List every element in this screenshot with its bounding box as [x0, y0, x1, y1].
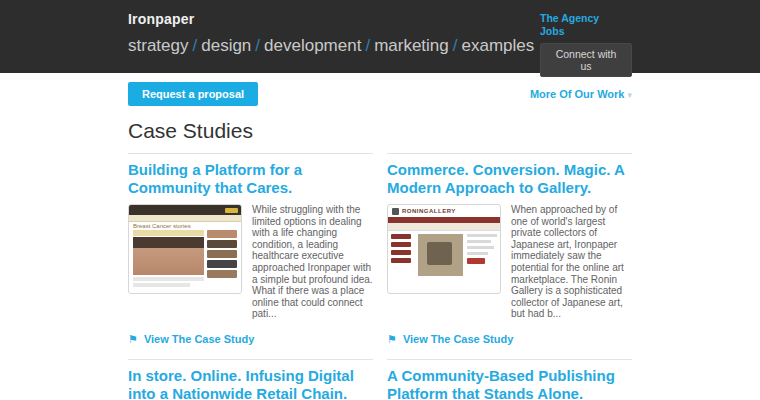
thumb-logo-mark [392, 208, 399, 215]
chevron-down-icon: ▾ [627, 90, 632, 100]
thumb-caption: Breast Cancer stories [129, 222, 241, 230]
case-study-card: Building a Platform for a Community that… [128, 153, 373, 359]
case-study-card: Commerce. Conversion. Magic. A Modern Ap… [387, 153, 632, 359]
thumb-article-col [133, 230, 204, 289]
thumb-detail-col [467, 234, 497, 276]
case-study-title[interactable]: A Community-Based Publishing Platform th… [387, 367, 632, 400]
agency-link[interactable]: The Agency [540, 12, 632, 25]
case-study-card: A Community-Based Publishing Platform th… [387, 359, 632, 400]
thumb-main [388, 231, 500, 279]
view-case-study-label: View The Case Study [144, 333, 254, 345]
connect-with-us-button[interactable]: Connect with us [540, 43, 632, 77]
thumb-buy-button [467, 258, 485, 264]
brand-block: Ironpaper strategy/design/development/ma… [128, 0, 534, 73]
case-study-excerpt: When approached by of one of world's lar… [511, 204, 632, 320]
site-header: Ironpaper strategy/design/development/ma… [0, 0, 760, 73]
flag-icon: ⚑ [128, 333, 138, 346]
case-thumbnail-healthcare[interactable]: Breast Cancer stories [128, 204, 242, 294]
more-work-label: More Of Our Work [530, 88, 625, 100]
case-study-excerpt: While struggling with the limited option… [252, 204, 373, 320]
view-case-study-link[interactable]: ⚑View The Case Study [387, 333, 513, 346]
case-study-title[interactable]: In store. Online. Infusing Digital into … [128, 367, 373, 400]
case-study-title[interactable]: Building a Platform for a Community that… [128, 161, 373, 197]
nav-item-marketing[interactable]: marketing [374, 36, 449, 55]
view-case-study-link[interactable]: ⚑View The Case Study [128, 333, 254, 346]
nav-item-examples[interactable]: examples [462, 36, 535, 55]
request-proposal-button[interactable]: Request a proposal [128, 82, 258, 106]
nav-item-design[interactable]: design [201, 36, 251, 55]
toolbar: Request a proposal More Of Our Work▾ [128, 73, 632, 106]
case-thumbnail-ronin-gallery[interactable]: RONINGALLERY [387, 204, 501, 294]
thumb-gold-button [225, 208, 238, 213]
case-study-body: RONINGALLERY [387, 204, 632, 320]
case-study-card: In store. Online. Infusing Digital into … [128, 359, 373, 400]
main-content: Request a proposal More Of Our Work▾ Cas… [128, 73, 632, 400]
case-study-title[interactable]: Commerce. Conversion. Magic. A Modern Ap… [387, 161, 632, 197]
logo[interactable]: Ironpaper [128, 11, 534, 27]
nav-separator: / [192, 36, 197, 55]
nav-item-strategy[interactable]: strategy [128, 36, 188, 55]
thumb-artwork-image [418, 234, 463, 276]
nav-separator: / [365, 36, 370, 55]
nav-separator: / [255, 36, 260, 55]
thumb-photo [133, 237, 204, 275]
thumb-subnav-bar [129, 215, 241, 222]
thumb-main [129, 230, 241, 289]
thumb-header-bar [129, 205, 241, 215]
case-studies-grid: Building a Platform for a Community that… [128, 153, 632, 400]
thumb-sidebar [204, 230, 237, 289]
view-case-study-label: View The Case Study [403, 333, 513, 345]
more-work-link[interactable]: More Of Our Work▾ [530, 88, 632, 100]
jobs-link[interactable]: Jobs [540, 25, 632, 38]
thumb-logo-row: RONINGALLERY [388, 205, 500, 217]
thumb-caption: RONINGALLERY [402, 208, 456, 214]
header-right: The Agency Jobs Connect with us [540, 0, 632, 73]
page-title: Case Studies [128, 119, 632, 143]
thumb-filter-col [391, 234, 414, 276]
flag-icon: ⚑ [387, 333, 397, 346]
main-nav: strategy/design/development/marketing/ex… [128, 36, 534, 56]
nav-separator: / [453, 36, 458, 55]
nav-item-development[interactable]: development [264, 36, 361, 55]
case-study-body: Breast Cancer stories [128, 204, 373, 320]
thumb-banner [388, 223, 500, 231]
